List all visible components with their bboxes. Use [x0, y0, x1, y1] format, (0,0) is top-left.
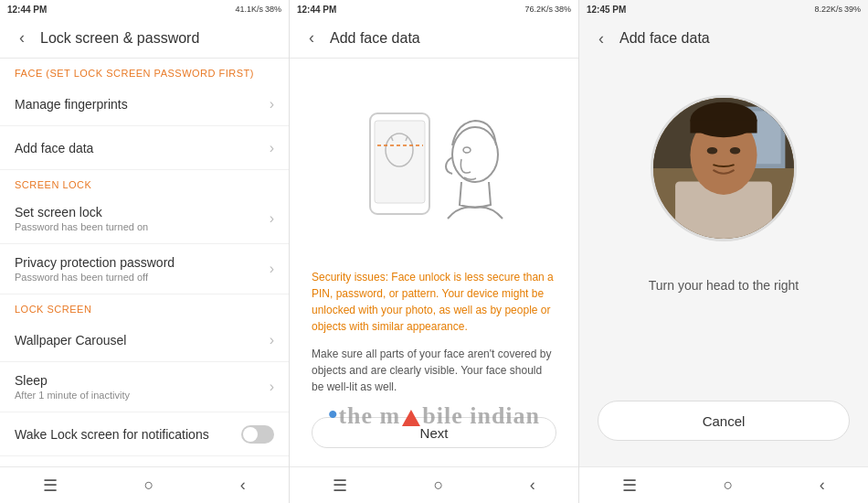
status-bar-3: 12:45 PM 8.22K/s 39% [579, 0, 868, 18]
manage-fingerprints-item[interactable]: Manage fingerprints › [0, 82, 289, 126]
page-title-3: Add face data [619, 30, 710, 47]
wake-lock-toggle[interactable] [241, 425, 274, 444]
panel3-content: Turn your head to the right Cancel [579, 59, 868, 466]
instruction-text: Make sure all parts of your face aren't … [312, 346, 556, 395]
back-button-1[interactable]: ‹ [11, 27, 33, 49]
face-illustration [343, 86, 525, 251]
bottom-nav-1: ☰ ○ ‹ [0, 466, 289, 503]
sleep-item[interactable]: Sleep After 1 minute of inactivity › [0, 362, 289, 412]
sleep-subtitle: After 1 minute of inactivity [15, 390, 270, 401]
back-icon-1[interactable]: ‹ [240, 476, 246, 495]
manage-fingerprints-title: Manage fingerprints [15, 97, 270, 112]
set-screen-lock-item[interactable]: Set screen lock Password has been turned… [0, 194, 289, 244]
panel-add-face-info: 12:44 PM 76.2K/s 38% ‹ Add face data [290, 0, 579, 503]
wallpaper-carousel-item[interactable]: Wallpaper Carousel › [0, 318, 289, 362]
sleep-title: Sleep [15, 373, 270, 388]
signal-3: 8.22K/s [814, 5, 842, 14]
signal-2: 76.2K/s [524, 5, 553, 14]
status-icons-3: 8.22K/s 39% [814, 5, 861, 14]
security-warning-text: Security issues: Face unlock is less sec… [312, 269, 556, 335]
panel1-scroll: FACE (SET LOCK SCREEN PASSWORD FIRST) Ma… [0, 59, 289, 466]
svg-point-15 [707, 147, 718, 155]
panel2-content: Security issues: Face unlock is less sec… [290, 59, 578, 466]
next-button[interactable]: Next [312, 417, 556, 448]
wake-lock-screen-title: Wake Lock screen for notifications [15, 427, 241, 442]
time-3: 12:45 PM [587, 5, 626, 15]
menu-icon-2[interactable]: ☰ [333, 476, 347, 496]
status-icons-2: 76.2K/s 38% [524, 5, 571, 14]
status-bar-2: 12:44 PM 76.2K/s 38% [290, 0, 578, 18]
top-bar-1: ‹ Lock screen & password [0, 18, 289, 59]
section-label-screenlock: SCREEN LOCK [0, 170, 289, 194]
face-camera-circle [651, 95, 797, 241]
bottom-nav-2: ☰ ○ ‹ [290, 466, 578, 503]
chevron-icon: › [270, 261, 274, 277]
svg-point-7 [463, 147, 471, 153]
back-button-2[interactable]: ‹ [301, 27, 323, 49]
status-icons-1: 41.1K/s 38% [235, 5, 281, 14]
page-title-1: Lock screen & password [40, 30, 199, 47]
privacy-protection-title: Privacy protection password [15, 255, 270, 270]
back-icon-3[interactable]: ‹ [820, 476, 825, 495]
panel-lockscreen: 12:44 PM 41.1K/s 38% ‹ Lock screen & pas… [0, 0, 290, 503]
svg-point-6 [452, 127, 498, 182]
signal-1: 41.1K/s [235, 5, 263, 14]
section-label-lockscreen: LOCK SCREEN [0, 294, 289, 318]
set-screen-lock-subtitle: Password has been turned on [15, 221, 270, 232]
chevron-icon: › [270, 210, 274, 227]
panel-add-face-camera: 12:45 PM 8.22K/s 39% ‹ Add face data [579, 0, 868, 503]
time-2: 12:44 PM [297, 5, 336, 15]
menu-icon-1[interactable]: ☰ [43, 476, 58, 496]
wake-volume-buttons-item[interactable]: Wake with volume buttons Pressing volume… [0, 456, 289, 466]
time-1: 12:44 PM [7, 5, 47, 15]
wake-lock-screen-item[interactable]: Wake Lock screen for notifications [0, 412, 289, 456]
chevron-icon: › [270, 332, 274, 348]
svg-point-16 [730, 147, 741, 155]
chevron-icon: › [270, 96, 274, 112]
battery-2: 38% [555, 5, 571, 14]
privacy-protection-item[interactable]: Privacy protection password Password has… [0, 244, 289, 294]
section-label-face: FACE (SET LOCK SCREEN PASSWORD FIRST) [0, 59, 289, 82]
bottom-nav-3: ☰ ○ ‹ [579, 466, 868, 503]
menu-icon-3[interactable]: ☰ [622, 476, 637, 496]
cancel-button[interactable]: Cancel [598, 401, 850, 441]
top-bar-3: ‹ Add face data [579, 18, 868, 59]
chevron-icon: › [270, 140, 274, 156]
back-button-3[interactable]: ‹ [590, 27, 612, 49]
wallpaper-carousel-title: Wallpaper Carousel [15, 333, 270, 348]
privacy-protection-subtitle: Password has been turned off [15, 272, 270, 283]
add-face-data-item[interactable]: Add face data › [0, 126, 289, 170]
add-face-data-title: Add face data [15, 141, 270, 155]
set-screen-lock-title: Set screen lock [15, 205, 270, 219]
status-bar-1: 12:44 PM 41.1K/s 38% [0, 0, 289, 18]
home-icon-2[interactable]: ○ [434, 476, 444, 495]
home-icon-3[interactable]: ○ [724, 476, 734, 495]
chevron-icon: › [270, 379, 274, 395]
battery-1: 38% [265, 5, 281, 14]
battery-3: 39% [844, 5, 861, 14]
top-bar-2: ‹ Add face data [290, 18, 578, 59]
turn-instruction: Turn your head to the right [649, 278, 799, 293]
back-icon-2[interactable]: ‹ [530, 476, 535, 495]
page-title-2: Add face data [330, 30, 420, 47]
home-icon-1[interactable]: ○ [144, 476, 154, 495]
svg-rect-18 [690, 120, 757, 133]
